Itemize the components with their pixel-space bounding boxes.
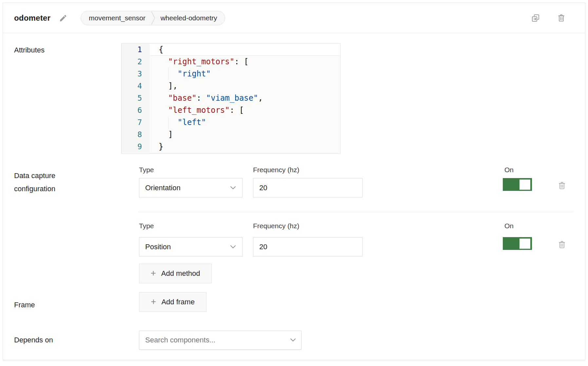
component-name: odometer bbox=[14, 13, 50, 23]
row-divider bbox=[138, 212, 573, 212]
code-line: 7 "left" bbox=[122, 116, 340, 129]
badge-separator-chevron-icon bbox=[151, 11, 155, 25]
toggle-on-label: On bbox=[504, 222, 514, 230]
capture-toggle[interactable] bbox=[503, 178, 532, 191]
code-line: 9 } bbox=[122, 141, 340, 153]
frame-label: Frame bbox=[14, 298, 35, 312]
code-line: 5 "base": "viam_base", bbox=[122, 92, 340, 104]
code-line: 1 { bbox=[122, 44, 340, 56]
toggle-on-label: On bbox=[504, 166, 514, 174]
code-line: 3 "right" bbox=[122, 68, 340, 80]
toggle-knob bbox=[519, 238, 530, 249]
component-header: odometer movement_sensor wheeled-odometr… bbox=[3, 3, 585, 33]
data-capture-label: Data capture configuration bbox=[14, 169, 55, 195]
component-card: odometer movement_sensor wheeled-odometr… bbox=[3, 3, 585, 360]
component-type-badge: movement_sensor wheeled-odometry bbox=[81, 11, 225, 25]
depends-on-label: Depends on bbox=[14, 334, 53, 347]
pencil-icon bbox=[59, 14, 68, 22]
frequency-label: Frequency (hz) bbox=[253, 222, 299, 230]
add-method-button[interactable]: + Add method bbox=[139, 264, 212, 283]
capture-type-select[interactable]: Orientation bbox=[139, 178, 243, 197]
code-line: 4 ], bbox=[122, 80, 340, 92]
delete-capture-method-button[interactable] bbox=[558, 240, 566, 249]
trash-icon bbox=[557, 13, 566, 22]
trash-icon bbox=[558, 181, 566, 190]
component-model: wheeled-odometry bbox=[161, 14, 217, 22]
duplicate-icon bbox=[531, 13, 540, 23]
edit-name-button[interactable] bbox=[59, 14, 68, 22]
delete-capture-method-button[interactable] bbox=[558, 181, 566, 190]
component-type: movement_sensor bbox=[89, 14, 146, 22]
capture-toggle[interactable] bbox=[503, 237, 532, 250]
capture-type-select[interactable]: Position bbox=[139, 237, 243, 256]
type-label: Type bbox=[139, 222, 154, 230]
code-line: 2 "right_motors": [ bbox=[122, 56, 340, 68]
chevron-down-icon bbox=[230, 186, 236, 190]
trash-icon bbox=[558, 240, 566, 249]
attributes-json-editor[interactable]: 1 { 2 "right_motors": [ 3 "right" 4 ], 5… bbox=[121, 43, 341, 154]
search-components-input[interactable] bbox=[139, 331, 302, 350]
plus-icon: + bbox=[151, 297, 156, 306]
depends-on-field bbox=[139, 331, 302, 350]
code-line: 8 ] bbox=[122, 129, 340, 141]
frequency-input[interactable] bbox=[253, 178, 363, 197]
attributes-label: Attributes bbox=[14, 44, 45, 57]
duplicate-component-button[interactable] bbox=[531, 13, 540, 23]
plus-icon: + bbox=[151, 269, 156, 278]
type-label: Type bbox=[139, 166, 154, 174]
frequency-input[interactable] bbox=[253, 237, 363, 256]
add-frame-button[interactable]: + Add frame bbox=[139, 292, 206, 312]
frequency-label: Frequency (hz) bbox=[253, 166, 299, 174]
chevron-down-icon bbox=[230, 245, 236, 249]
code-line: 6 "left_motors": [ bbox=[122, 104, 340, 116]
chevron-down-icon bbox=[290, 338, 296, 342]
delete-component-button[interactable] bbox=[557, 13, 566, 22]
toggle-knob bbox=[519, 179, 530, 190]
